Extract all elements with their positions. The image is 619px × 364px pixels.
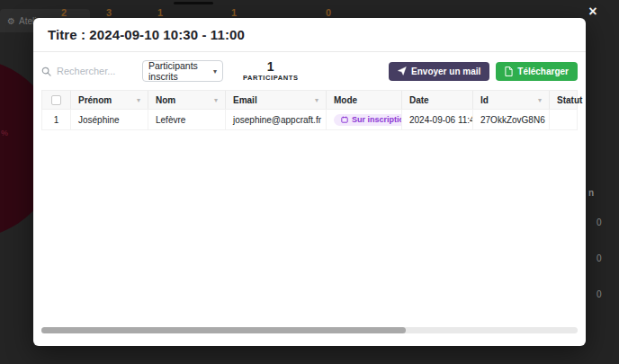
- download-button[interactable]: Télécharger: [496, 62, 578, 81]
- row-nom-cell: Lefèvre: [148, 110, 226, 129]
- background-value: 0: [597, 218, 602, 227]
- paper-plane-icon: [398, 67, 407, 75]
- send-mail-button[interactable]: Envoyer un mail: [389, 62, 489, 81]
- sort-caret-icon[interactable]: ▾: [214, 96, 218, 104]
- file-icon: [505, 67, 513, 76]
- sort-caret-icon[interactable]: ▾: [315, 96, 318, 104]
- background-percent-label: %: [1, 129, 8, 138]
- participants-count: 1 PARTICIPANTS: [243, 60, 299, 82]
- search-input[interactable]: [57, 66, 133, 76]
- row-email-cell: josephine@appcraft.fr: [226, 110, 327, 129]
- toolbar: Participants inscrits ▾ 1 PARTICIPANTS E…: [33, 52, 586, 90]
- background-stat: 0: [326, 7, 331, 18]
- select-all-checkbox[interactable]: [51, 95, 61, 105]
- filter-selected-value: Participants inscrits: [148, 60, 213, 82]
- modal-header: Titre : 2024-09-10 10:30 - 11:00: [33, 18, 586, 52]
- row-index-cell: 1: [42, 110, 71, 129]
- background-stat: 1: [157, 7, 163, 18]
- mode-badge: Sur inscription: [334, 114, 402, 126]
- participants-modal: Titre : 2024-09-10 10:30 - 11:00 Partici…: [33, 18, 586, 346]
- search-icon: [41, 67, 51, 76]
- background-active-tab-underline: [174, 2, 213, 4]
- participants-filter-select[interactable]: Participants inscrits ▾: [142, 60, 223, 82]
- row-mode-cell: Sur inscription: [327, 110, 402, 129]
- table-header-row: Prénom ▾ Nom ▾ Email ▾ Mode Date: [41, 90, 578, 110]
- background-stat: 3: [106, 7, 112, 18]
- background-stat: 2: [61, 7, 67, 18]
- column-header-prenom[interactable]: Prénom ▾: [71, 91, 148, 109]
- scrollbar-thumb[interactable]: [41, 327, 406, 333]
- participants-count-value: 1: [243, 60, 299, 74]
- modal-title: Titre : 2024-09-10 10:30 - 11:00: [48, 27, 245, 42]
- calendar-icon: [341, 116, 348, 123]
- background-partial-text: n: [588, 188, 594, 198]
- background-stat: 1: [231, 7, 237, 18]
- table-empty-area: [41, 130, 578, 346]
- download-label: Télécharger: [517, 67, 569, 76]
- close-button[interactable]: ×: [583, 2, 603, 22]
- gear-icon: ⚙: [7, 16, 15, 26]
- column-header-mode[interactable]: Mode: [327, 91, 402, 109]
- background-value: 0: [597, 289, 602, 299]
- participants-count-label: PARTICIPANTS: [243, 75, 299, 82]
- row-id-cell: 27OkkZovG8N6: [473, 110, 550, 129]
- column-header-id[interactable]: Id ▾: [473, 91, 550, 109]
- send-mail-label: Envoyer un mail: [411, 67, 480, 76]
- column-header-nom[interactable]: Nom ▾: [148, 91, 226, 109]
- row-statut-cell: [550, 110, 577, 129]
- background-value: 0: [597, 253, 602, 263]
- table-row[interactable]: 1 Joséphine Lefèvre josephine@appcraft.f…: [41, 110, 578, 130]
- sort-caret-icon[interactable]: ▾: [538, 96, 542, 104]
- row-date-cell: 2024-09-06 11:47: [402, 110, 473, 129]
- column-header-date[interactable]: Date: [402, 91, 473, 109]
- column-header-statut[interactable]: Statut: [550, 91, 589, 109]
- search-field: [41, 66, 139, 76]
- chevron-down-icon: ▾: [213, 67, 217, 75]
- screen: ⚙ Atelier 2 3 1 1 0 % n 0 0 0 × Titre : …: [0, 0, 619, 364]
- column-header-email[interactable]: Email ▾: [226, 91, 327, 109]
- table-header-checkbox-cell: [42, 91, 71, 109]
- participants-table: Prénom ▾ Nom ▾ Email ▾ Mode Date: [33, 90, 586, 346]
- sort-caret-icon[interactable]: ▾: [137, 96, 140, 104]
- row-prenom-cell: Joséphine: [71, 110, 148, 129]
- horizontal-scrollbar[interactable]: [41, 327, 578, 333]
